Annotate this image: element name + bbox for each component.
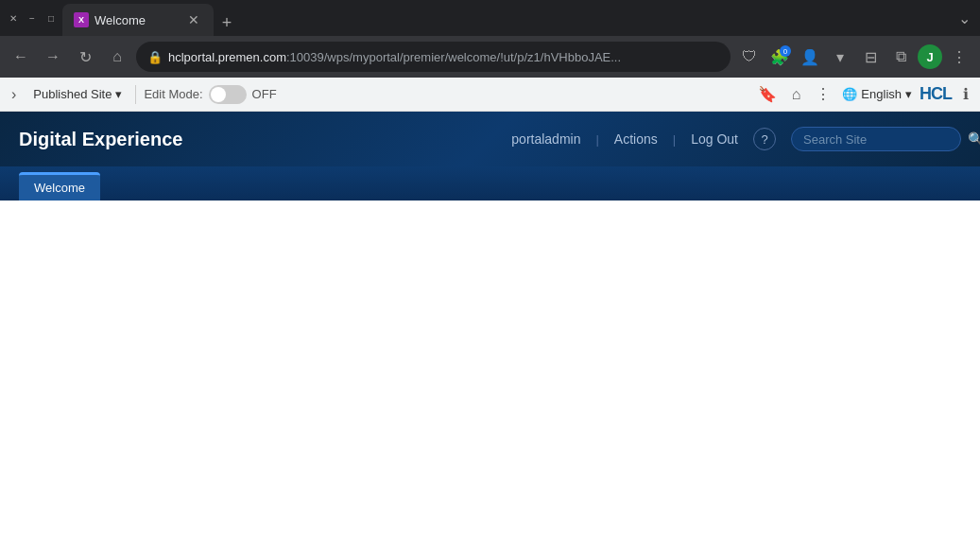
portal-tabs: Welcome xyxy=(0,166,980,201)
main-content xyxy=(0,201,980,484)
search-wrap: 🔍 xyxy=(791,127,961,151)
portal-brand: Digital Experience xyxy=(19,129,511,150)
tab-title: Welcome xyxy=(95,13,180,27)
portal-nav-actions[interactable]: Actions xyxy=(614,131,658,147)
tab-view-button[interactable]: ⧉ xyxy=(887,44,914,70)
browser-chrome: ✕ − □ X Welcome ✕ + ⌄ ← → ↻ ⌂ 🔒 hclporta… xyxy=(0,0,980,112)
edit-mode-toggle[interactable] xyxy=(209,85,247,104)
tab-search-button[interactable]: ⊟ xyxy=(857,44,884,70)
tab-close-button[interactable]: ✕ xyxy=(185,11,202,28)
lock-icon: 🔒 xyxy=(147,50,163,64)
hcl-logo: HCL xyxy=(920,84,952,104)
help-button[interactable]: ? xyxy=(753,128,776,150)
toolbar-divider xyxy=(135,85,136,104)
language-button[interactable]: 🌐 English ▾ xyxy=(842,87,912,101)
nav-separator-1: | xyxy=(595,132,598,147)
info-button[interactable]: ℹ xyxy=(959,81,972,107)
address-text: hclportal.premen.com:10039/wps/myportal/… xyxy=(168,50,719,64)
kebab-menu-button[interactable]: ⋮ xyxy=(812,81,834,107)
tab-favicon: X xyxy=(74,12,89,27)
address-input[interactable]: 🔒 hclportal.premen.com:10039/wps/myporta… xyxy=(136,42,731,72)
extensions-badge: 0 xyxy=(780,45,791,57)
bookmark-button[interactable]: 🔖 xyxy=(754,81,781,107)
tab-welcome[interactable]: Welcome xyxy=(19,172,100,201)
tab-bar: ✕ − □ X Welcome ✕ + ⌄ xyxy=(0,0,980,36)
reload-button[interactable]: ↻ xyxy=(72,44,98,70)
tab-group: X Welcome ✕ + xyxy=(62,0,951,36)
sync-button[interactable]: 👤 xyxy=(797,44,823,70)
edit-mode-label: Edit Mode: xyxy=(144,87,202,101)
menu-button[interactable]: ⋮ xyxy=(946,44,972,70)
published-site-chevron-icon: ▾ xyxy=(115,87,122,101)
portal-header: Digital Experience portaladmin | Actions… xyxy=(0,112,980,166)
language-label: English xyxy=(861,87,902,101)
address-path: :10039/wps/myportal/premier/welcome/!ut/… xyxy=(286,50,621,64)
language-chevron-icon: ▾ xyxy=(905,87,912,101)
toolbar-right: 🔖 ⌂ ⋮ 🌐 English ▾ HCL ℹ xyxy=(754,81,972,107)
search-button[interactable]: 🔍 xyxy=(968,131,980,147)
close-window-button[interactable]: ✕ xyxy=(6,10,21,26)
portal-app: Digital Experience portaladmin | Actions… xyxy=(0,112,980,484)
translate-icon: 🌐 xyxy=(842,87,857,101)
home-button[interactable]: ⌂ xyxy=(104,44,130,70)
maximize-window-button[interactable]: □ xyxy=(43,10,59,26)
new-tab-button[interactable]: + xyxy=(214,9,240,36)
extensions-button[interactable]: 🧩 0 xyxy=(766,44,793,70)
back-button[interactable]: ← xyxy=(8,44,34,70)
portal-nav-logout[interactable]: Log Out xyxy=(691,131,738,147)
search-input[interactable] xyxy=(803,132,962,147)
forward-button[interactable]: → xyxy=(40,44,66,70)
edit-mode-wrap: Edit Mode: OFF xyxy=(144,85,276,104)
tab-bar-left: ✕ − □ xyxy=(6,10,59,26)
toolbar-row: › Published Site ▾ Edit Mode: OFF 🔖 ⌂ ⋮ … xyxy=(0,78,980,112)
nav-separator-2: | xyxy=(673,132,676,147)
sidebar-toggle-button[interactable]: › xyxy=(8,82,20,107)
toggle-slider xyxy=(209,85,247,104)
profile-button[interactable]: J xyxy=(918,44,942,69)
portal-nav-user[interactable]: portaladmin xyxy=(511,131,580,147)
minimize-window-button[interactable]: − xyxy=(25,10,40,26)
published-site-button[interactable]: Published Site ▾ xyxy=(27,83,128,105)
published-site-label: Published Site xyxy=(33,87,112,101)
firefox-shield-button[interactable]: 🛡 xyxy=(736,44,763,70)
address-bar: ← → ↻ ⌂ 🔒 hclportal.premen.com:10039/wps… xyxy=(0,36,980,78)
downloads-button[interactable]: ▾ xyxy=(827,44,853,70)
edit-mode-state: OFF xyxy=(252,87,277,101)
address-host: hclportal.premen.com xyxy=(168,50,286,64)
browser-icons: 🛡 🧩 0 👤 ▾ ⊟ ⧉ J ⋮ xyxy=(736,44,972,70)
tab-bar-expand[interactable]: ⌄ xyxy=(954,6,974,31)
home-portal-button[interactable]: ⌂ xyxy=(788,82,805,107)
active-tab[interactable]: X Welcome ✕ xyxy=(62,4,214,36)
portal-nav: portaladmin | Actions | Log Out ? 🔍 xyxy=(511,127,961,151)
